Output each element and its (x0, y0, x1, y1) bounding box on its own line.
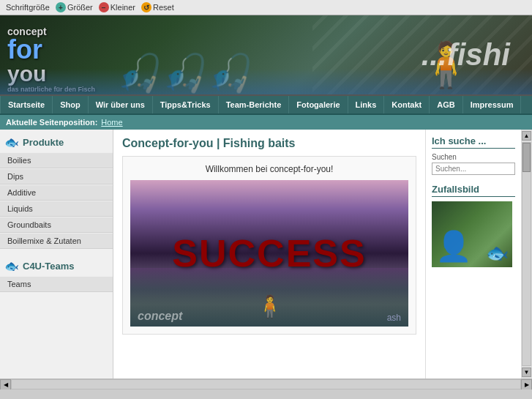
nav-agb[interactable]: AGB (430, 96, 462, 113)
font-toolbar: Schriftgröße + Größer − Kleiner ↺ Reset (0, 0, 532, 15)
scroll-thumb[interactable] (522, 143, 531, 172)
main-area: 🐟 Produkte Boilies Dips Additive Liquids… (0, 130, 521, 379)
search-section-title: Ich suche ... (432, 135, 515, 149)
success-text: SUCCESS (172, 231, 366, 275)
ash-text: ash (387, 313, 401, 323)
scroll-up-arrow[interactable]: ▲ (522, 131, 531, 141)
main-nav: Startseite Shop Wir über uns Tipps&Trick… (0, 96, 532, 115)
search-input[interactable] (432, 163, 515, 175)
welcome-box: Willkommen bei concept-for-you! SUCCESS … (122, 156, 416, 335)
hscroll-track[interactable] (11, 379, 521, 389)
sidebar-item-liquids[interactable]: Liquids (0, 201, 113, 217)
hscroll-right-arrow[interactable]: ▶ (521, 379, 532, 389)
logo-for: for (7, 37, 95, 63)
sidebar-item-boilies[interactable]: Boilies (0, 152, 113, 168)
breadcrumb-label: Aktuelle Seitenposition: (6, 118, 97, 127)
vertical-scrollbar[interactable]: ▲ ▼ (521, 130, 532, 379)
photo-person-icon: 👤 (435, 229, 472, 264)
success-silhouette: 🧍 (256, 294, 283, 319)
hscroll-left-arrow[interactable]: ◀ (0, 379, 11, 389)
success-image: SUCCESS 🧍 concept ash (130, 180, 408, 327)
concept-watermark: concept (138, 310, 182, 323)
sidebar-item-boillemixe[interactable]: Boillemixe & Zutaten (0, 233, 113, 249)
banner: concept for you das natürliche für den F… (0, 15, 532, 96)
sidebar-item-teams[interactable]: Teams (0, 276, 113, 292)
page-title: Concept-for-you | Fishing baits (122, 137, 416, 150)
fish-icon-produkte: 🐟 (4, 135, 19, 149)
banner-fish-text: ...fishi (422, 15, 510, 94)
sidebar-item-additive[interactable]: Additive (0, 184, 113, 201)
search-label: Suchen (432, 153, 515, 161)
breadcrumb: Aktuelle Seitenposition: Home (0, 115, 532, 130)
font-smaller-button[interactable]: − Kleiner (99, 2, 135, 12)
sidebar-section-produkte: 🐟 Produkte (0, 130, 113, 152)
sidebar: 🐟 Produkte Boilies Dips Additive Liquids… (0, 130, 113, 379)
nav-wir-uber-uns[interactable]: Wir über uns (89, 96, 153, 113)
photo-fish-icon: 🐟 (486, 242, 509, 264)
smaller-icon: − (99, 2, 109, 12)
nav-impressum[interactable]: Impressum (463, 96, 522, 113)
font-bigger-button[interactable]: + Größer (56, 2, 93, 12)
scroll-track[interactable] (522, 142, 531, 366)
font-reset-button[interactable]: ↺ Reset (141, 2, 174, 12)
right-sidebar: Ich suche ... Suchen Zufallsbild 👤 🐟 (426, 130, 521, 379)
nav-links[interactable]: Links (348, 96, 385, 113)
nav-tipps-tricks[interactable]: Tipps&Tricks (153, 96, 219, 113)
fish-icon-teams: 🐟 (4, 259, 19, 273)
nav-shop[interactable]: Shop (53, 96, 89, 113)
scroll-down-arrow[interactable]: ▼ (522, 368, 531, 377)
sidebar-section-c4u-teams: 🐟 C4U-Teams (0, 253, 113, 276)
welcome-text: Willkommen bei concept-for-you! (130, 164, 408, 174)
breadcrumb-home[interactable]: Home (101, 118, 122, 127)
nav-kontakt[interactable]: Kontakt (384, 96, 430, 113)
font-size-label: Schriftgröße (6, 3, 50, 12)
nav-fotogalerie[interactable]: Fotogalerie (289, 96, 348, 113)
horizontal-scrollbar[interactable]: ◀ ▶ (0, 379, 532, 389)
random-image-title: Zufallsbild (432, 184, 515, 197)
sidebar-item-groundbaits[interactable]: Groundbaits (0, 217, 113, 233)
random-photo: 👤 🐟 (432, 201, 512, 267)
reset-icon: ↺ (141, 2, 151, 12)
content-area: Concept-for-you | Fishing baits Willkomm… (113, 130, 426, 379)
nav-team-berichte[interactable]: Team-Berichte (219, 96, 290, 113)
bigger-icon: + (56, 2, 66, 12)
nav-startseite[interactable]: Startseite (0, 96, 53, 113)
sidebar-item-dips[interactable]: Dips (0, 168, 113, 184)
random-image-section: Zufallsbild 👤 🐟 (432, 184, 515, 267)
